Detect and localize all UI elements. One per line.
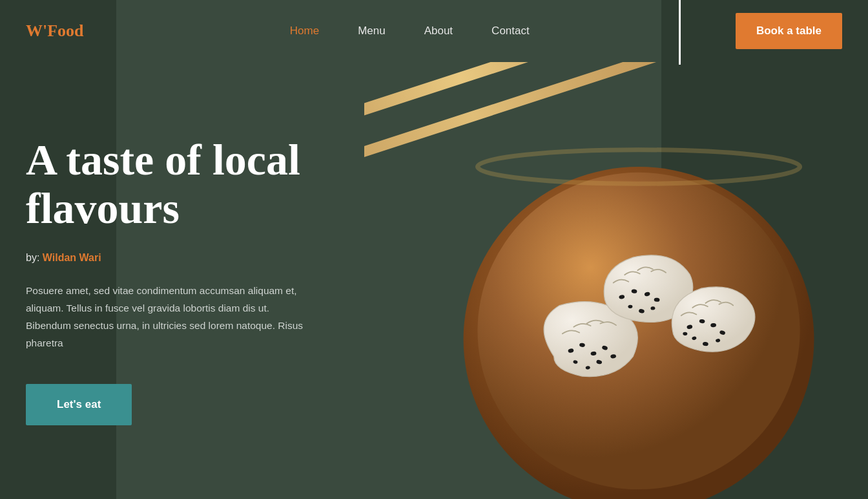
hero-content: A taste of local flavours by: Wildan War… bbox=[0, 62, 868, 499]
hero-text-block: A taste of local flavours by: Wildan War… bbox=[0, 136, 336, 425]
nav-item-about[interactable]: About bbox=[424, 25, 453, 37]
nav-link-home[interactable]: Home bbox=[290, 25, 319, 37]
divider bbox=[679, 0, 681, 65]
nav-link-menu[interactable]: Menu bbox=[358, 25, 386, 37]
book-table-button[interactable]: Book a table bbox=[736, 13, 842, 49]
logo[interactable]: W'Food bbox=[26, 21, 84, 41]
hero-description: Posuere amet, sed vitae condimentum accu… bbox=[26, 282, 304, 352]
svg-point-2 bbox=[477, 173, 800, 489]
nav-link-about[interactable]: About bbox=[424, 25, 453, 37]
lets-eat-button[interactable]: Let's eat bbox=[26, 384, 132, 425]
author-prefix: by: bbox=[26, 252, 43, 263]
navbar: W'Food Home Menu About Contact Book a ta… bbox=[0, 0, 868, 62]
nav-item-home[interactable]: Home bbox=[290, 25, 319, 37]
hero-author: by: Wildan Wari bbox=[26, 252, 310, 264]
nav-link-contact[interactable]: Contact bbox=[491, 25, 530, 37]
logo-accent: W' bbox=[26, 21, 47, 40]
hero-image bbox=[364, 62, 868, 499]
hero-title: A taste of local flavours bbox=[26, 136, 310, 233]
nav-item-contact[interactable]: Contact bbox=[491, 25, 530, 37]
hero-section: W'Food Home Menu About Contact Book a ta… bbox=[0, 0, 868, 499]
logo-text: Food bbox=[47, 21, 83, 40]
nav-links: Home Menu About Contact bbox=[290, 25, 530, 37]
nav-item-menu[interactable]: Menu bbox=[358, 25, 386, 37]
author-name: Wildan Wari bbox=[43, 252, 101, 263]
